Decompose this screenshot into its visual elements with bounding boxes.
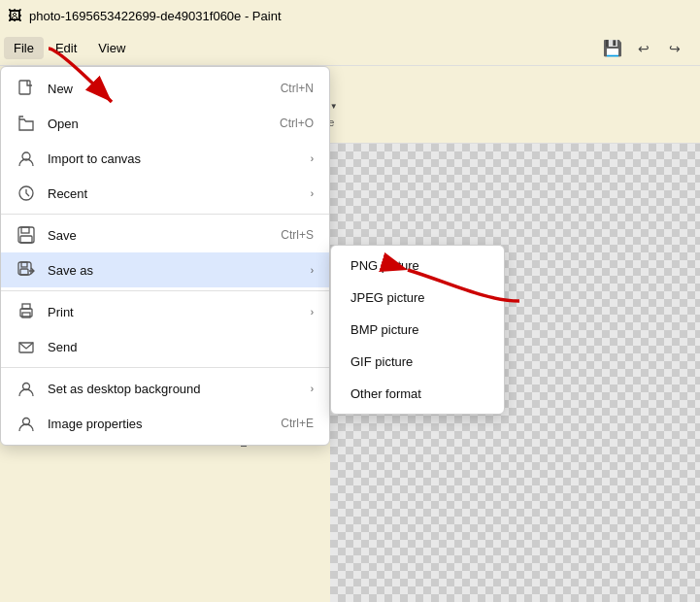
- menu-item-new[interactable]: New Ctrl+N: [1, 71, 329, 106]
- saveas-icon: [17, 260, 36, 280]
- svg-rect-13: [20, 269, 28, 275]
- saveas-jpeg[interactable]: JPEG picture: [331, 282, 504, 314]
- recent-icon: [17, 184, 36, 203]
- menu-divider-1: [1, 214, 329, 215]
- menu-item-save[interactable]: Save Ctrl+S: [1, 217, 329, 252]
- redo-button[interactable]: ↪: [661, 35, 688, 62]
- saveas-png[interactable]: PNG picture: [331, 250, 504, 282]
- svg-rect-12: [21, 262, 27, 267]
- menu-bar: File Edit View 💾 ↩ ↪: [0, 31, 700, 66]
- save-as-submenu: PNG picture JPEG picture BMP picture GIF…: [330, 245, 505, 415]
- menu-item-saveas[interactable]: Save as ›: [1, 252, 329, 287]
- open-shortcut: Ctrl+O: [280, 117, 314, 130]
- new-icon: [17, 79, 36, 98]
- menu-item-imgprop[interactable]: Image properties Ctrl+E: [1, 406, 329, 441]
- print-icon: [17, 302, 36, 321]
- open-icon: [17, 114, 36, 133]
- recent-arrow: ›: [311, 188, 314, 199]
- saveas-other[interactable]: Other format: [331, 378, 504, 410]
- save-toolbar-icon[interactable]: 💾: [599, 35, 626, 62]
- app-icon: 🖼: [8, 8, 21, 23]
- save-icon: [17, 225, 36, 245]
- menu-item-send[interactable]: Send: [1, 329, 329, 364]
- new-shortcut: Ctrl+N: [281, 82, 314, 95]
- menu-item-setbg[interactable]: Set as desktop background ›: [1, 371, 329, 406]
- import-arrow: ›: [311, 153, 314, 164]
- title-bar-text: photo-1695653422699-de49031f060e - Paint: [29, 9, 282, 23]
- menu-view[interactable]: View: [88, 37, 135, 59]
- send-label: Send: [48, 340, 314, 354]
- import-label: Import to canvas: [48, 151, 299, 166]
- imgprop-icon: [17, 414, 36, 433]
- save-shortcut: Ctrl+S: [281, 228, 314, 242]
- svg-rect-5: [19, 81, 30, 94]
- new-label: New: [48, 82, 269, 96]
- recent-label: Recent: [48, 186, 299, 201]
- menu-edit[interactable]: Edit: [46, 37, 86, 59]
- svg-rect-10: [20, 236, 32, 243]
- menu-file[interactable]: File: [4, 37, 44, 59]
- imgprop-label: Image properties: [48, 417, 269, 431]
- imgprop-shortcut: Ctrl+E: [281, 417, 314, 430]
- setbg-icon: [17, 379, 36, 398]
- svg-rect-15: [22, 304, 30, 309]
- save-label: Save: [48, 228, 269, 243]
- saveas-label: Save as: [48, 263, 299, 278]
- saveas-gif[interactable]: GIF picture: [331, 346, 504, 378]
- file-menu-dropdown: New Ctrl+N Open Ctrl+O Import to canvas …: [0, 66, 330, 446]
- svg-rect-9: [21, 227, 29, 233]
- menu-item-print[interactable]: Print ›: [1, 294, 329, 329]
- setbg-arrow: ›: [311, 384, 314, 394]
- print-arrow: ›: [311, 307, 314, 318]
- print-label: Print: [48, 305, 299, 319]
- open-label: Open: [48, 117, 268, 131]
- saveas-arrow: ›: [311, 265, 314, 276]
- menu-divider-2: [1, 290, 329, 291]
- saveas-bmp[interactable]: BMP picture: [331, 314, 504, 346]
- send-icon: [17, 337, 36, 356]
- title-bar: 🖼 photo-1695653422699-de49031f060e - Pai…: [0, 0, 700, 31]
- menu-item-recent[interactable]: Recent ›: [1, 176, 329, 211]
- setbg-label: Set as desktop background: [48, 382, 299, 396]
- menu-divider-3: [1, 367, 329, 368]
- menu-item-import[interactable]: Import to canvas ›: [1, 141, 329, 176]
- menu-item-open[interactable]: Open Ctrl+O: [1, 106, 329, 141]
- import-icon: [17, 149, 36, 168]
- size-dropdown-arrow: ▼: [330, 102, 338, 111]
- undo-button[interactable]: ↩: [630, 35, 657, 62]
